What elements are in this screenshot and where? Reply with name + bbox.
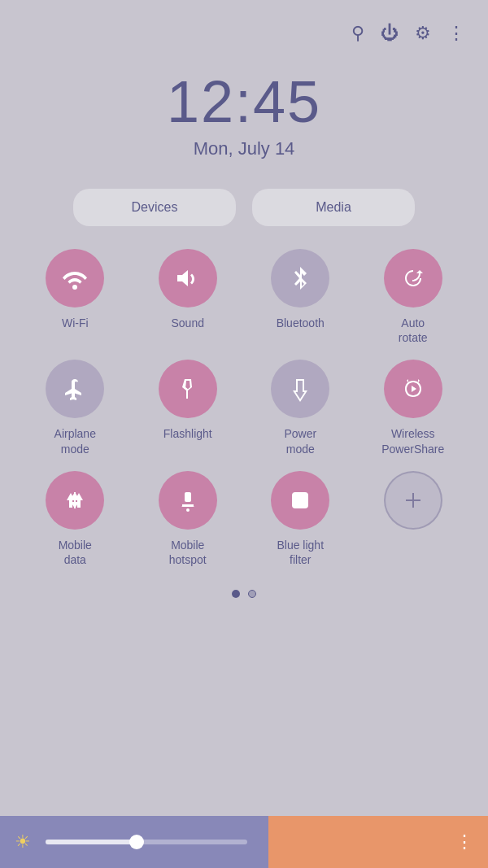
quick-item-bluelight: B Blue lightfilter bbox=[248, 471, 353, 567]
bluelight-label: Blue lightfilter bbox=[277, 538, 324, 567]
flashlight-button[interactable] bbox=[159, 360, 217, 418]
wifi-button[interactable] bbox=[46, 249, 104, 308]
quick-item-autorotate: Autorotate bbox=[361, 249, 466, 345]
quick-item-wifi: Wi-Fi bbox=[23, 249, 128, 345]
sound-label: Sound bbox=[172, 316, 204, 330]
svg-text:B: B bbox=[297, 495, 304, 507]
quick-item-airplane: Airplanemode bbox=[23, 360, 128, 456]
wifi-label: Wi-Fi bbox=[62, 316, 89, 330]
airplane-button[interactable] bbox=[46, 360, 104, 418]
tab-buttons: Devices Media bbox=[0, 189, 488, 226]
bluelight-button[interactable]: B bbox=[271, 471, 329, 530]
powermode-button[interactable] bbox=[271, 360, 329, 418]
quick-item-bluetooth: Bluetooth bbox=[248, 249, 353, 345]
mobiledata-button[interactable] bbox=[46, 471, 104, 530]
quick-item-hotspot: Mobilehotspot bbox=[136, 471, 241, 567]
brightness-left: ☀ bbox=[0, 816, 268, 868]
brightness-sun-icon: ☀ bbox=[15, 831, 31, 853]
settings-icon[interactable]: ⚙ bbox=[415, 23, 431, 44]
quick-item-add bbox=[361, 471, 466, 567]
clock-date: Mon, July 14 bbox=[0, 138, 488, 159]
brightness-more-icon[interactable]: ⋮ bbox=[455, 831, 473, 853]
svg-point-1 bbox=[186, 508, 190, 512]
powermode-label: Powermode bbox=[284, 426, 316, 456]
mobiledata-label: Mobiledata bbox=[59, 538, 92, 567]
autorotate-label: Autorotate bbox=[399, 316, 428, 345]
hotspot-button[interactable] bbox=[159, 471, 217, 530]
autorotate-button[interactable] bbox=[384, 249, 442, 308]
quick-item-mobiledata: Mobiledata bbox=[23, 471, 128, 567]
hotspot-label: Mobilehotspot bbox=[169, 538, 207, 567]
bluetooth-label: Bluetooth bbox=[277, 316, 325, 330]
page-dot-2[interactable] bbox=[248, 590, 256, 598]
top-bar: ⚲ ⏻ ⚙ ⋮ bbox=[0, 0, 488, 44]
quick-item-sound: Sound bbox=[136, 249, 241, 345]
wireless-button[interactable] bbox=[384, 360, 442, 418]
add-button[interactable] bbox=[384, 471, 442, 530]
more-icon[interactable]: ⋮ bbox=[447, 23, 465, 44]
wireless-label: WirelessPowerShare bbox=[381, 426, 444, 456]
brightness-bar[interactable]: ☀ ⋮ bbox=[0, 816, 488, 868]
quick-item-wireless: WirelessPowerShare bbox=[361, 360, 466, 456]
brightness-right: ⋮ bbox=[268, 816, 488, 868]
airplane-label: Airplanemode bbox=[54, 426, 96, 456]
media-tab[interactable]: Media bbox=[252, 189, 415, 226]
quick-item-flashlight: Flashlight bbox=[136, 360, 241, 456]
page-dots bbox=[0, 590, 488, 598]
flashlight-label: Flashlight bbox=[163, 426, 212, 441]
page-dot-1[interactable] bbox=[232, 590, 240, 598]
clock-time: 12:45 bbox=[0, 68, 488, 135]
bluetooth-button[interactable] bbox=[271, 249, 329, 308]
sound-button[interactable] bbox=[159, 249, 217, 308]
devices-tab[interactable]: Devices bbox=[73, 189, 236, 226]
search-icon[interactable]: ⚲ bbox=[351, 23, 364, 44]
clock-section: 12:45 Mon, July 14 bbox=[0, 68, 488, 159]
quick-settings-grid: Wi-Fi Sound Bluetooth Autorotate bbox=[0, 249, 488, 567]
power-icon[interactable]: ⏻ bbox=[381, 23, 399, 44]
quick-item-powermode: Powermode bbox=[248, 360, 353, 456]
svg-rect-0 bbox=[185, 492, 191, 502]
